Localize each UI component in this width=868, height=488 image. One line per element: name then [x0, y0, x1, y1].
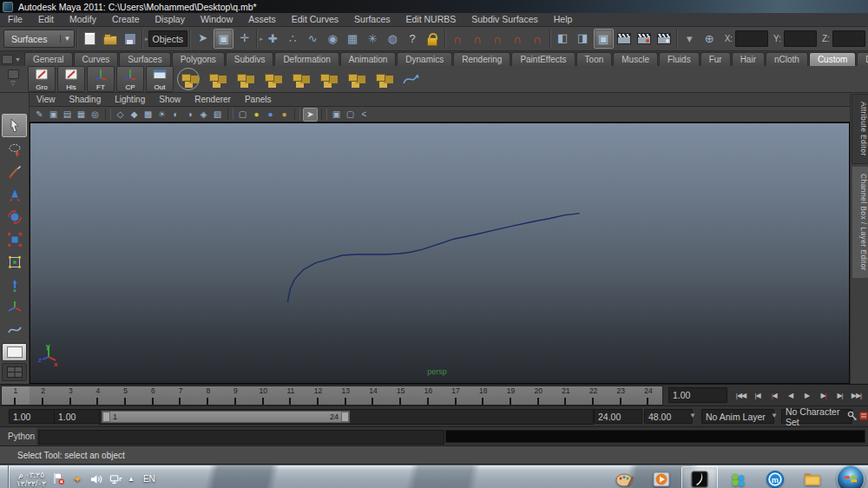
- play-backwards-button[interactable]: ◀: [782, 388, 799, 403]
- command-language-toggle[interactable]: Python: [0, 427, 36, 445]
- taskbar-messenger-button[interactable]: [720, 467, 755, 488]
- time-slider-frame-8[interactable]: 8: [194, 386, 222, 405]
- separator[interactable]: [189, 30, 191, 49]
- select-dynamics-icon[interactable]: ✳: [364, 30, 382, 48]
- chevron-down-icon[interactable]: ▼: [771, 412, 778, 419]
- separator[interactable]: [676, 30, 678, 49]
- menu-surfaces[interactable]: Surfaces: [346, 13, 398, 26]
- smooth-shade-icon[interactable]: ◆: [128, 109, 141, 121]
- shelf-tab-muscle[interactable]: Muscle: [613, 52, 658, 66]
- four-pane-layout-button[interactable]: [2, 363, 27, 381]
- dmm-create-shatter-icon[interactable]: [175, 67, 201, 91]
- panel-menu-view[interactable]: View: [30, 94, 62, 106]
- range-slider-bar[interactable]: 1 24: [102, 411, 350, 423]
- shelf-tab-hair[interactable]: Hair: [732, 52, 765, 66]
- menu-file[interactable]: File: [0, 13, 30, 26]
- dmm-shatter-icon[interactable]: [203, 67, 229, 91]
- camera-attributes-icon[interactable]: ▣: [47, 109, 60, 121]
- collapse-arrow-icon[interactable]: ▸: [145, 36, 148, 43]
- panel-menu-shading[interactable]: Shading: [62, 94, 108, 106]
- playback-end-field[interactable]: 24.00: [594, 409, 642, 424]
- textured-icon[interactable]: ▩: [141, 109, 155, 121]
- menu-create[interactable]: Create: [104, 13, 148, 26]
- time-slider[interactable]: 123456789101112131415161718192021222324: [1, 386, 663, 406]
- time-slider-frame-12[interactable]: 12: [305, 386, 332, 405]
- menu-window[interactable]: Window: [193, 13, 240, 26]
- range-slider-track[interactable]: 1 24: [99, 409, 594, 425]
- blue-material-ball-icon[interactable]: ●: [264, 109, 277, 121]
- show-manipulator-tool[interactable]: [3, 296, 26, 318]
- snap-to-points-icon[interactable]: ∩: [489, 30, 507, 48]
- snap-to-view-planes-icon[interactable]: ∩: [509, 30, 527, 48]
- select-components-icon[interactable]: ✛: [235, 29, 253, 47]
- x-input[interactable]: [735, 30, 768, 47]
- open-scene-icon[interactable]: [101, 30, 119, 48]
- action-center-icon[interactable]: [51, 472, 65, 486]
- menu-edit[interactable]: Edit: [30, 13, 62, 26]
- taskbar-maya-button[interactable]: [681, 466, 718, 488]
- select-deformations-icon[interactable]: ▦: [344, 30, 362, 48]
- show-hidden-icons-button[interactable]: ▲: [128, 475, 135, 483]
- image-plane-icon[interactable]: ▦: [75, 109, 88, 121]
- time-slider-frame-11[interactable]: 11: [277, 386, 305, 405]
- smooth-mesh-preview-icon[interactable]: ▣: [330, 109, 343, 121]
- separator[interactable]: [141, 30, 143, 49]
- auto-keyframe-icon[interactable]: [847, 411, 858, 421]
- dmm-bake-icon[interactable]: [370, 67, 396, 91]
- play-forwards-button[interactable]: ▶: [799, 388, 815, 403]
- time-slider-frame-21[interactable]: 21: [552, 386, 580, 405]
- animation-preferences-icon[interactable]: [858, 411, 868, 421]
- scale-tool[interactable]: [3, 228, 26, 250]
- updates-icon[interactable]: ✦: [70, 472, 84, 486]
- share-view-icon[interactable]: <: [358, 109, 371, 121]
- ipr-render-icon[interactable]: [635, 30, 654, 48]
- shelf-item-his[interactable]: His: [57, 66, 85, 92]
- time-slider-frame-4[interactable]: 4: [84, 386, 112, 405]
- shelf-item-cp[interactable]: CP: [116, 66, 144, 92]
- dmm-combine-icon[interactable]: [342, 67, 368, 91]
- time-slider-frame-16[interactable]: 16: [415, 386, 443, 405]
- universal-manipulator-tool[interactable]: [3, 251, 26, 273]
- time-slider-frame-1[interactable]: 1: [2, 386, 30, 405]
- taskbar-clock[interactable]: ٠٣:٢٥ م ١٢/٢٢/٠٢: [16, 471, 46, 488]
- title-bar[interactable]: Autodesk Maya 2011: C:\Users\Mohammed\De…: [0, 0, 868, 13]
- time-slider-frame-15[interactable]: 15: [387, 386, 415, 405]
- animation-end-field[interactable]: 48.00: [644, 409, 693, 424]
- time-slider-frame-22[interactable]: 22: [580, 386, 608, 405]
- time-slider-frame-14[interactable]: 14: [359, 386, 387, 405]
- chevron-down-icon[interactable]: ▼: [689, 412, 696, 419]
- viewport-3d-view[interactable]: y x z persp: [30, 122, 850, 384]
- shelf-tab-curves[interactable]: Curves: [74, 52, 119, 66]
- range-end-handle[interactable]: [341, 412, 349, 422]
- shelf-tab-polygons[interactable]: Polygons: [172, 52, 225, 66]
- shelf-tab-deformation[interactable]: Deformation: [274, 52, 339, 66]
- taskbar-maxthon-button[interactable]: m: [758, 467, 792, 488]
- shelf-tab-custom[interactable]: Custom: [809, 52, 856, 66]
- step-back-key-button[interactable]: |◀: [766, 388, 782, 403]
- shelf-tab-fur[interactable]: Fur: [700, 52, 731, 66]
- select-handles-icon[interactable]: ✚: [264, 30, 282, 48]
- texture-view-icon[interactable]: ▧: [211, 109, 224, 121]
- start-button[interactable]: [837, 465, 865, 488]
- tab-attribute-editor[interactable]: Attribute Editor: [852, 94, 868, 164]
- single-pane-layout-button[interactable]: [2, 343, 27, 361]
- wireframe-icon[interactable]: ◇: [114, 109, 127, 121]
- panel-menu-renderer[interactable]: Renderer: [187, 94, 238, 106]
- select-by-name-arrow-icon[interactable]: ▾: [681, 30, 699, 48]
- shelf-item-ft[interactable]: FT: [87, 66, 115, 92]
- move-tool[interactable]: [3, 183, 26, 205]
- panel-menu-show[interactable]: Show: [152, 94, 187, 106]
- gold-material-ball-icon[interactable]: ●: [278, 109, 291, 121]
- shelf-tab-painteffects[interactable]: PaintEffects: [511, 52, 575, 66]
- taskbar-explorer-button[interactable]: [795, 467, 830, 488]
- dmm-impact-icon[interactable]: [286, 67, 312, 91]
- go-to-end-button[interactable]: ▶▶|: [848, 388, 865, 403]
- dmm-select-shards-icon[interactable]: [259, 67, 285, 91]
- xray-icon[interactable]: ◑: [183, 109, 196, 121]
- shelf-tab-rendering[interactable]: Rendering: [453, 52, 510, 66]
- save-scene-icon[interactable]: [121, 30, 139, 48]
- step-forward-frame-button[interactable]: ▶|: [832, 388, 848, 403]
- menu-modify[interactable]: Modify: [62, 13, 104, 26]
- shelf-menu-arrow-icon[interactable]: ▼: [15, 56, 21, 63]
- y-input[interactable]: [784, 30, 817, 47]
